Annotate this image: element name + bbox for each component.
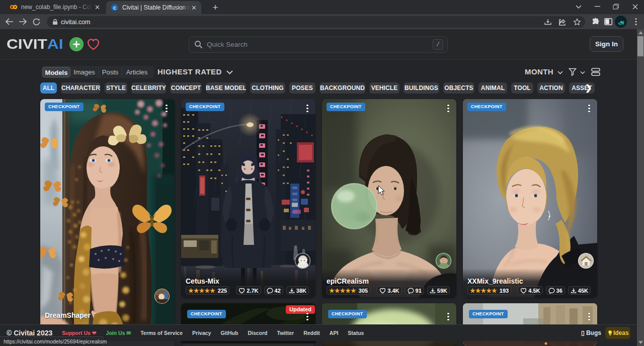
svg-text:C: C [113, 6, 117, 11]
